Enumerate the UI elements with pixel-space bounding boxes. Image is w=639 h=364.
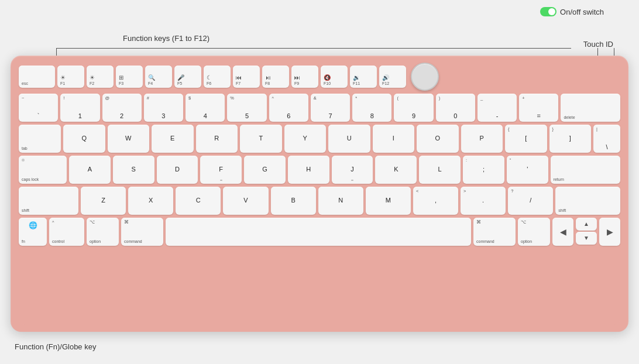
key-2[interactable]: @ 2 <box>102 94 142 122</box>
key-o[interactable]: O <box>417 125 459 153</box>
key-close-bracket[interactable]: } ] <box>549 125 592 153</box>
key-shift-right[interactable]: shift <box>555 187 620 215</box>
key-comma[interactable]: < , <box>413 187 458 215</box>
key-9-top: ( <box>397 95 398 101</box>
key-option-left[interactable]: ⌥ option <box>87 218 119 246</box>
key-command-left-label: command <box>124 239 142 244</box>
key-f4[interactable]: 🔍 F4 <box>145 66 172 88</box>
key-control[interactable]: ^ control <box>49 218 84 246</box>
key-command-right[interactable]: ⌘ command <box>473 218 516 246</box>
key-h[interactable]: H <box>288 156 329 184</box>
key-s[interactable]: S <box>113 156 154 184</box>
key-t[interactable]: T <box>240 125 282 153</box>
key-command-right-top: ⌘ <box>476 219 481 225</box>
key-minus[interactable]: _ - <box>477 94 517 122</box>
key-f8[interactable]: ⏯ F8 <box>262 66 289 88</box>
key-shift-left-label: shift <box>22 208 29 213</box>
key-g[interactable]: G <box>244 156 286 184</box>
key-4[interactable]: $ 4 <box>185 94 225 122</box>
key-arrow-left[interactable]: ◀ <box>552 218 573 246</box>
key-a[interactable]: A <box>69 156 111 184</box>
key-b-char: B <box>291 197 295 204</box>
key-q[interactable]: Q <box>63 125 105 153</box>
key-slash[interactable]: ? / <box>508 187 553 215</box>
key-f11[interactable]: 🔉 F11 <box>350 66 377 88</box>
key-f7[interactable]: ⏮ F7 <box>233 66 260 88</box>
key-1[interactable]: ! 1 <box>60 94 99 122</box>
key-tab-label: tab <box>22 146 28 151</box>
key-r[interactable]: R <box>196 125 238 153</box>
key-i[interactable]: I <box>373 125 415 153</box>
key-n[interactable]: N <box>318 187 363 215</box>
key-z[interactable]: Z <box>81 187 126 215</box>
key-k[interactable]: K <box>375 156 417 184</box>
key-f12[interactable]: 🔊 F12 <box>379 66 406 88</box>
key-b[interactable]: B <box>271 187 316 215</box>
key-d[interactable]: D <box>157 156 198 184</box>
key-option-right[interactable]: ⌥ option <box>518 218 550 246</box>
key-l[interactable]: L <box>419 156 461 184</box>
key-f2[interactable]: ☀ F2 <box>87 66 114 88</box>
key-fn-globe[interactable]: 🌐 fn <box>19 218 47 246</box>
key-5[interactable]: % 5 <box>227 94 266 122</box>
key-command-left-top: ⌘ <box>124 219 129 225</box>
key-command-left[interactable]: ⌘ command <box>121 218 163 246</box>
key-f10[interactable]: 🔇 F10 <box>321 66 348 88</box>
key-open-bracket[interactable]: { [ <box>505 125 547 153</box>
key-w[interactable]: W <box>108 125 150 153</box>
key-equals-top: + <box>522 95 524 101</box>
key-spacebar[interactable] <box>166 218 471 246</box>
key-f8-label: F8 <box>265 81 270 86</box>
key-f[interactable]: F <box>200 156 242 184</box>
key-f1[interactable]: ☀ F1 <box>57 66 84 88</box>
key-m[interactable]: M <box>366 187 411 215</box>
key-e[interactable]: E <box>152 125 194 153</box>
key-f9[interactable]: ⏭ F9 <box>291 66 318 88</box>
key-w-char: W <box>125 135 131 142</box>
key-0-main: 0 <box>454 112 457 120</box>
key-0[interactable]: ) 0 <box>436 94 475 122</box>
key-9[interactable]: ( 9 <box>394 94 433 122</box>
key-delete[interactable]: delete <box>561 94 620 122</box>
key-f6[interactable]: ☾ F6 <box>204 66 231 88</box>
key-arrow-down[interactable]: ▼ <box>576 232 597 245</box>
key-slash-main: / <box>530 197 531 204</box>
key-p[interactable]: P <box>461 125 503 153</box>
key-arrow-up[interactable]: ▲ <box>576 218 597 231</box>
key-x[interactable]: X <box>128 187 173 215</box>
key-f7-label: F7 <box>236 81 241 86</box>
key-c[interactable]: C <box>176 187 221 215</box>
key-return[interactable]: return <box>551 156 620 184</box>
key-8[interactable]: * 8 <box>352 94 391 122</box>
key-6[interactable]: ^ 6 <box>269 94 308 122</box>
key-backslash[interactable]: | \ <box>593 125 620 153</box>
key-3[interactable]: # 3 <box>144 94 183 122</box>
key-backtick[interactable]: ~ ` <box>19 94 58 122</box>
key-esc[interactable]: esc <box>19 66 55 88</box>
keyboard: esc ☀ F1 ☀ F2 ⊞ F3 🔍 F4 🎤 F5 <box>11 56 628 332</box>
key-equals-main: = <box>537 112 541 120</box>
key-option-right-top: ⌥ <box>521 219 526 225</box>
key-equals[interactable]: + = <box>519 94 558 122</box>
key-f4-icon: 🔍 <box>148 74 155 81</box>
key-tab[interactable]: tab <box>19 125 61 153</box>
key-quote[interactable]: " ' <box>507 156 548 184</box>
key-v[interactable]: V <box>223 187 268 215</box>
key-caps-lock[interactable]: caps lock <box>19 156 67 184</box>
bracket-top-line <box>56 48 571 49</box>
key-f3[interactable]: ⊞ F3 <box>116 66 143 88</box>
key-arrow-right[interactable]: ▶ <box>599 218 620 246</box>
key-e-char: E <box>170 135 174 142</box>
key-7-top: & <box>314 95 317 101</box>
key-y[interactable]: Y <box>284 125 327 153</box>
key-touch-id[interactable] <box>411 63 439 91</box>
key-u[interactable]: U <box>328 125 370 153</box>
arrow-right-icon: ▶ <box>607 227 613 237</box>
key-period[interactable]: > . <box>461 187 506 215</box>
key-j[interactable]: J <box>332 156 373 184</box>
key-7[interactable]: & 7 <box>311 94 350 122</box>
key-semicolon[interactable]: : ; <box>463 156 504 184</box>
key-shift-left[interactable]: shift <box>19 187 78 215</box>
key-f5[interactable]: 🎤 F5 <box>174 66 201 88</box>
key-comma-main: , <box>435 197 437 204</box>
